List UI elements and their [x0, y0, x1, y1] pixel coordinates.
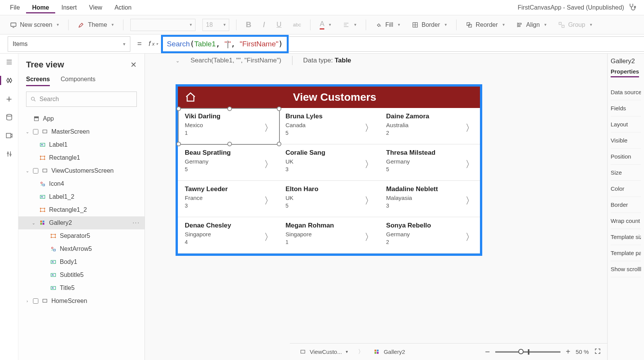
screen-checkbox[interactable]: [33, 168, 38, 173]
fit-to-screen-icon[interactable]: [594, 348, 601, 356]
menu-insert[interactable]: Insert: [55, 2, 83, 13]
property-row[interactable]: Position: [611, 149, 641, 165]
property-row[interactable]: Template size: [611, 229, 641, 245]
gallery-item[interactable]: Coralie SangUK3〉: [279, 144, 380, 181]
font-color-button[interactable]: A: [317, 18, 334, 31]
group-button[interactable]: Group: [556, 20, 594, 30]
fill-button[interactable]: Fill: [373, 20, 402, 30]
zoom-in-button[interactable]: +: [566, 347, 570, 356]
tree-item-rectangle1_2[interactable]: Rectangle1_2: [18, 203, 145, 216]
border-button[interactable]: Border: [409, 20, 449, 30]
property-row[interactable]: Layout: [611, 116, 641, 133]
zoom-out-button[interactable]: −: [485, 347, 490, 357]
next-arrow-icon[interactable]: 〉: [365, 195, 374, 207]
next-arrow-icon[interactable]: 〉: [465, 195, 475, 207]
insert-icon[interactable]: +: [5, 94, 14, 103]
gallery-item[interactable]: Daine ZamoraAustralia2〉: [379, 108, 480, 144]
close-icon[interactable]: ✕: [130, 60, 137, 69]
strikethrough-button[interactable]: abc: [291, 20, 303, 29]
home-icon[interactable]: [185, 92, 196, 103]
property-row[interactable]: Template padding: [611, 245, 641, 261]
screen-checkbox[interactable]: [33, 298, 38, 304]
tree-search-input[interactable]: Search: [26, 92, 137, 107]
fx-button[interactable]: fx: [149, 40, 158, 48]
next-arrow-icon[interactable]: 〉: [465, 231, 475, 243]
chevron-down-icon[interactable]: ⌄: [176, 58, 180, 64]
property-dropdown[interactable]: Items ▾: [8, 36, 130, 52]
gallery-item[interactable]: Viki DarlingMexico1〉: [178, 108, 279, 144]
tree-view-icon[interactable]: [0, 76, 17, 85]
gallery-item[interactable]: Megan RohmanSingapore1〉: [279, 217, 380, 254]
property-row[interactable]: Color: [611, 181, 641, 197]
menu-file[interactable]: File: [4, 2, 26, 13]
gallery-item[interactable]: Madaline NeblettMalayasia3〉: [379, 181, 480, 217]
next-arrow-icon[interactable]: 〉: [264, 231, 273, 243]
tree-item-subtitle5[interactable]: Subtitle5: [18, 268, 145, 281]
property-row[interactable]: Border: [611, 197, 641, 213]
advanced-tools-icon[interactable]: [5, 149, 14, 159]
next-arrow-icon[interactable]: 〉: [264, 195, 273, 207]
tree-item-rectangle1[interactable]: Rectangle1: [18, 151, 145, 164]
gallery-item[interactable]: Sonya RebelloGermany2〉: [379, 217, 480, 254]
bold-button[interactable]: B: [243, 19, 253, 31]
media-icon[interactable]: [5, 131, 14, 140]
tree-item-nextarrow5[interactable]: NextArrow5: [18, 242, 145, 255]
gallery-item[interactable]: Thresa MilsteadGermany5〉: [379, 144, 480, 181]
gallery-item[interactable]: Tawny LeederFrance3〉: [178, 181, 279, 217]
text-align-button[interactable]: [340, 20, 359, 30]
expand-icon[interactable]: ⌄: [25, 169, 30, 173]
tree-item-app[interactable]: App: [18, 112, 145, 125]
gallery-item[interactable]: Denae ChesleySingapore4〉: [178, 217, 279, 254]
new-screen-button[interactable]: New screen: [8, 20, 61, 30]
next-arrow-icon[interactable]: 〉: [365, 122, 374, 134]
next-arrow-icon[interactable]: 〉: [465, 158, 475, 170]
align-button[interactable]: Align: [514, 20, 549, 30]
theme-button[interactable]: Theme: [76, 20, 116, 30]
property-row[interactable]: Show scrollbar: [611, 261, 641, 277]
next-arrow-icon[interactable]: 〉: [264, 122, 273, 134]
property-row[interactable]: Size: [611, 165, 641, 181]
hamburger-icon[interactable]: [5, 57, 14, 67]
more-icon[interactable]: ···: [133, 219, 140, 226]
property-row[interactable]: Visible: [611, 133, 641, 149]
expand-icon[interactable]: ›: [25, 299, 30, 303]
tree-item-homescreen[interactable]: ›HomeScreen: [18, 295, 145, 308]
gallery-item[interactable]: Elton HaroUK5〉: [279, 181, 380, 217]
font-size-dropdown[interactable]: 18: [202, 19, 229, 31]
next-arrow-icon[interactable]: 〉: [264, 158, 273, 170]
property-row[interactable]: Fields: [611, 100, 641, 116]
tree-item-viewcustomersscreen[interactable]: ⌄ViewCustomersScreen: [18, 164, 145, 177]
formula-bar-extend[interactable]: [289, 36, 644, 52]
menu-action[interactable]: Action: [108, 2, 138, 13]
gallery-item[interactable]: Bruna LylesCanada5〉: [279, 108, 380, 144]
tab-components[interactable]: Components: [61, 76, 95, 86]
tree-item-label1[interactable]: Label1: [18, 138, 145, 151]
canvas[interactable]: ⌄ Search(Table1, "", "FirstName") Data t…: [145, 54, 607, 360]
italic-button[interactable]: I: [261, 19, 268, 31]
gallery-selection-frame[interactable]: View Customers Viki DarlingMexico1〉Bruna…: [176, 84, 482, 256]
formula-input[interactable]: Search(Table1, "", "FirstName"): [167, 39, 283, 48]
next-arrow-icon[interactable]: 〉: [465, 122, 475, 134]
properties-tab[interactable]: Properties: [611, 68, 639, 77]
tree-item-title5[interactable]: Title5: [18, 281, 145, 295]
tree-item-separator5[interactable]: Separator5: [18, 229, 145, 242]
next-arrow-icon[interactable]: 〉: [365, 158, 374, 170]
tab-screens[interactable]: Screens: [26, 76, 50, 86]
data-icon[interactable]: [5, 113, 14, 122]
tree-item-masterscreen[interactable]: ⌄MasterScreen: [18, 125, 145, 138]
tree-item-body1[interactable]: Body1: [18, 255, 145, 268]
breadcrumb-screen[interactable]: ViewCusto... ▾: [296, 347, 352, 357]
stethoscope-icon[interactable]: [628, 3, 636, 13]
gallery[interactable]: Viki DarlingMexico1〉Bruna LylesCanada5〉D…: [178, 108, 480, 254]
screen-checkbox[interactable]: [33, 129, 38, 134]
underline-button[interactable]: U: [274, 19, 284, 30]
menu-home[interactable]: Home: [26, 2, 55, 13]
gallery-item[interactable]: Beau SpratlingGermany5〉: [178, 144, 279, 181]
property-row[interactable]: Data source: [611, 84, 641, 100]
expand-icon[interactable]: ⌄: [25, 129, 30, 134]
property-row[interactable]: Wrap count: [611, 213, 641, 229]
font-family-dropdown[interactable]: [130, 19, 196, 31]
expand-icon[interactable]: ⌄: [31, 221, 36, 226]
reorder-button[interactable]: Reorder: [463, 20, 507, 30]
tree-item-icon4[interactable]: Icon4: [18, 177, 145, 190]
